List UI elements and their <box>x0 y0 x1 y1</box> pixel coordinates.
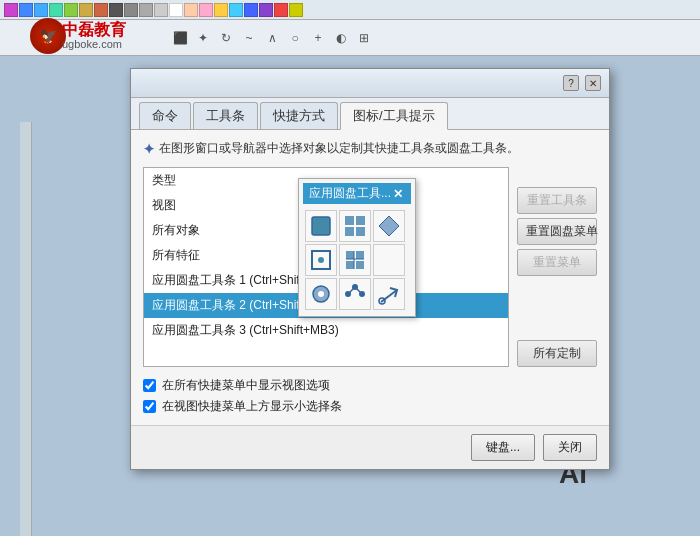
popup-toolbar: 应用圆盘工具... ✕ <box>298 178 416 317</box>
ruler-left <box>20 122 32 536</box>
swatch-10[interactable] <box>139 3 153 17</box>
swatch-2[interactable] <box>19 3 33 17</box>
reset-toolbar-button[interactable]: 重置工具条 <box>517 187 597 214</box>
popup-icon-circle[interactable] <box>305 278 337 310</box>
popup-icon-diamond[interactable] <box>373 210 405 242</box>
svg-rect-1 <box>345 216 354 225</box>
swatch-19[interactable] <box>274 3 288 17</box>
dialog-tabs: 命令 工具条 快捷方式 图标/工具提示 <box>131 98 609 130</box>
tool-icon-5[interactable]: ∧ <box>261 27 283 49</box>
svg-rect-3 <box>345 227 354 236</box>
swatch-16[interactable] <box>229 3 243 17</box>
popup-titlebar[interactable]: 应用圆盘工具... ✕ <box>303 183 411 204</box>
hint-icon: ✦ <box>143 141 155 157</box>
checkbox-view-options[interactable] <box>143 379 156 392</box>
swatch-12[interactable] <box>169 3 183 17</box>
logo-sub: ugboke.com <box>62 38 122 50</box>
swatch-3[interactable] <box>34 3 48 17</box>
swatch-11[interactable] <box>154 3 168 17</box>
popup-close-button[interactable]: ✕ <box>391 187 405 201</box>
svg-rect-2 <box>356 216 365 225</box>
right-buttons: 重置工具条 重置圆盘菜单 重置菜单 所有定制 <box>517 167 597 367</box>
swatch-14[interactable] <box>199 3 213 17</box>
reset-disk-menu-button[interactable]: 重置圆盘菜单 <box>517 218 597 245</box>
svg-line-19 <box>348 287 355 294</box>
svg-rect-11 <box>356 261 364 269</box>
svg-line-20 <box>355 287 362 294</box>
popup-icon-square[interactable] <box>305 244 337 276</box>
logo-eagle: 🦅 <box>40 28 57 44</box>
popup-icon-solid[interactable] <box>305 210 337 242</box>
tab-command[interactable]: 命令 <box>139 102 191 129</box>
checkbox-row-1: 在所有快捷菜单中显示视图选项 <box>143 377 597 394</box>
swatch-6[interactable] <box>79 3 93 17</box>
tool-icon-9[interactable]: ⊞ <box>353 27 375 49</box>
swatch-15[interactable] <box>214 3 228 17</box>
top-color-bar <box>0 0 700 20</box>
tool-icon-6[interactable]: ○ <box>284 27 306 49</box>
popup-title: 应用圆盘工具... <box>309 185 391 202</box>
checkbox-label-2: 在视图快捷菜单上方显示小选择条 <box>162 398 342 415</box>
tool-icon-4[interactable]: ~ <box>238 27 260 49</box>
swatch-18[interactable] <box>259 3 273 17</box>
help-button[interactable]: ? <box>563 75 579 91</box>
dialog-titlebar: ? ✕ <box>131 69 609 98</box>
toolbar-tools: ⬛ ✦ ↻ ~ ∧ ○ + ◐ ⊞ <box>169 27 375 49</box>
tool-icon-1[interactable]: ⬛ <box>169 27 191 49</box>
popup-icon-arrow[interactable] <box>373 278 405 310</box>
checkbox-small-bar[interactable] <box>143 400 156 413</box>
svg-rect-4 <box>356 227 365 236</box>
tool-icon-8[interactable]: ◐ <box>330 27 352 49</box>
swatch-4[interactable] <box>49 3 63 17</box>
popup-icon-grid <box>303 208 411 312</box>
dialog-footer: 键盘... 关闭 <box>131 425 609 469</box>
svg-marker-5 <box>379 216 399 236</box>
popup-icon-empty[interactable] <box>373 244 405 276</box>
hint-text: 在图形窗口或导航器中选择对象以定制其快捷工具条或圆盘工具条。 <box>159 140 519 157</box>
close-dialog-button[interactable]: 关闭 <box>543 434 597 461</box>
color-swatches <box>4 3 303 17</box>
swatch-1[interactable] <box>4 3 18 17</box>
swatch-7[interactable] <box>94 3 108 17</box>
bottom-checkboxes: 在所有快捷菜单中显示视图选项 在视图快捷菜单上方显示小选择条 <box>143 377 597 415</box>
svg-point-15 <box>318 291 324 297</box>
svg-rect-10 <box>346 261 354 269</box>
all-customizations-button[interactable]: 所有定制 <box>517 340 597 367</box>
popup-icon-grid[interactable] <box>339 210 371 242</box>
tool-icon-3[interactable]: ↻ <box>215 27 237 49</box>
reset-menu-button[interactable]: 重置菜单 <box>517 249 597 276</box>
svg-rect-9 <box>356 251 364 259</box>
tab-icon-tooltip[interactable]: 图标/工具提示 <box>340 102 448 130</box>
checkbox-row-2: 在视图快捷菜单上方显示小选择条 <box>143 398 597 415</box>
tool-icon-2[interactable]: ✦ <box>192 27 214 49</box>
swatch-13[interactable] <box>184 3 198 17</box>
keyboard-button[interactable]: 键盘... <box>471 434 535 461</box>
logo-circle: 🦅 <box>30 18 66 54</box>
popup-icon-hex[interactable] <box>339 244 371 276</box>
svg-point-7 <box>318 257 324 263</box>
hint-row: ✦ 在图形窗口或导航器中选择对象以定制其快捷工具条或圆盘工具条。 <box>143 140 597 157</box>
list-item-disk3[interactable]: 应用圆盘工具条 3 (Ctrl+Shift+MB3) <box>144 318 508 343</box>
swatch-9[interactable] <box>124 3 138 17</box>
swatch-8[interactable] <box>109 3 123 17</box>
logo-area: 🦅 中磊教育 ugboke.com <box>30 22 150 54</box>
swatch-5[interactable] <box>64 3 78 17</box>
checkbox-label-1: 在所有快捷菜单中显示视图选项 <box>162 377 330 394</box>
svg-rect-8 <box>346 251 354 259</box>
tab-shortcut[interactable]: 快捷方式 <box>260 102 338 129</box>
popup-icon-nodes[interactable] <box>339 278 371 310</box>
swatch-17[interactable] <box>244 3 258 17</box>
svg-rect-0 <box>312 217 330 235</box>
tab-toolbar[interactable]: 工具条 <box>193 102 258 129</box>
tool-icon-7[interactable]: + <box>307 27 329 49</box>
swatch-20[interactable] <box>289 3 303 17</box>
close-button[interactable]: ✕ <box>585 75 601 91</box>
